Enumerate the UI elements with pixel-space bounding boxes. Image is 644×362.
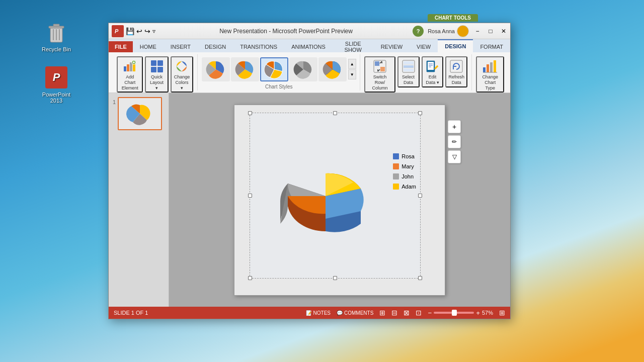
- ppt-window: CHART TOOLS P 💾 ↩ ↪ ▿ New Presentation -…: [108, 23, 511, 319]
- gallery-scroll: ▲ ▼: [348, 59, 356, 79]
- refresh-data-icon: [448, 58, 464, 74]
- customize-button[interactable]: ▿: [152, 28, 155, 35]
- redo-button[interactable]: ↪: [144, 27, 150, 35]
- chart-style-5[interactable]: [318, 57, 347, 81]
- change-chart-type-icon: [482, 58, 498, 74]
- add-chart-element-button[interactable]: Add ChartElement: [117, 56, 143, 93]
- reading-view-button[interactable]: ⊠: [404, 309, 410, 317]
- powerpoint-icon[interactable]: P PowerPoint 2013: [36, 65, 76, 104]
- svg-rect-18: [157, 67, 163, 72]
- slide-sorter-button[interactable]: ⊟: [391, 309, 397, 317]
- undo-button[interactable]: ↩: [136, 27, 142, 35]
- help-button[interactable]: ?: [413, 26, 424, 37]
- legend-item-mary: Mary: [393, 163, 416, 169]
- tab-file[interactable]: FILE: [109, 41, 133, 52]
- tab-chart-design[interactable]: DESIGN: [438, 39, 473, 52]
- notes-button[interactable]: 📝 NOTES: [306, 310, 331, 316]
- svg-rect-30: [404, 65, 414, 68]
- legend-label-john: John: [401, 173, 414, 179]
- legend-color-adam: [393, 184, 399, 190]
- slide-thumbnail-1[interactable]: [118, 97, 162, 130]
- status-bar: SLIDE 1 OF 1 📝 NOTES 💬 COMMENTS ⊞ ⊟ ⊠ ⊡ …: [109, 307, 510, 319]
- chart-style-2[interactable]: [231, 57, 259, 81]
- resize-handle-bottom-right[interactable]: [418, 276, 422, 280]
- maximize-button[interactable]: □: [484, 25, 497, 38]
- tab-transitions[interactable]: TRANSITIONS: [233, 41, 284, 52]
- svg-rect-23: [380, 67, 385, 71]
- tab-format[interactable]: FORMAT: [473, 41, 510, 52]
- zoom-control: − + 57%: [428, 309, 493, 317]
- switch-row-column-label: Switch Row/Column: [367, 74, 392, 90]
- svg-rect-1: [49, 26, 64, 28]
- resize-handle-top[interactable]: [333, 111, 337, 115]
- comments-label: COMMENTS: [344, 310, 373, 316]
- chart-elements-button[interactable]: +: [448, 120, 461, 133]
- select-data-icon: [400, 58, 417, 74]
- user-avatar: [457, 25, 469, 37]
- svg-rect-15: [151, 60, 156, 66]
- tab-home[interactable]: HOME: [133, 41, 164, 52]
- gallery-scroll-down[interactable]: ▼: [348, 69, 356, 79]
- chart-legend: Rosa Mary John Adam: [393, 153, 416, 190]
- chart-style-4[interactable]: [289, 57, 317, 81]
- recycle-bin-icon[interactable]: Recycle Bin: [36, 20, 76, 52]
- zoom-out-button[interactable]: −: [428, 309, 432, 317]
- change-colors-button[interactable]: ChangeColors ▾: [171, 56, 193, 93]
- minimize-button[interactable]: −: [471, 25, 484, 38]
- select-data-button[interactable]: SelectData: [397, 56, 420, 87]
- resize-handle-right[interactable]: [418, 194, 422, 198]
- svg-text:P: P: [115, 28, 119, 34]
- resize-handle-bottom-left[interactable]: [248, 276, 252, 280]
- edit-data-button[interactable]: EditData ▾: [422, 56, 444, 87]
- resize-handle-bottom[interactable]: [333, 276, 337, 280]
- switch-row-column-icon: [372, 58, 388, 74]
- resize-handle-top-left[interactable]: [248, 111, 252, 115]
- quick-layout-button[interactable]: QuickLayout ▾: [145, 56, 168, 93]
- legend-color-rosa: [393, 153, 399, 159]
- slide-thumbnail-container: 1: [113, 97, 165, 130]
- legend-item-john: John: [393, 173, 416, 179]
- slide-canvas[interactable]: Rosa Mary John Adam: [234, 105, 445, 296]
- change-colors-label: ChangeColors ▾: [174, 74, 190, 90]
- chart-filters-button[interactable]: ▽: [448, 150, 461, 163]
- chart-styles-gallery: [202, 57, 347, 81]
- select-data-label: SelectData: [402, 74, 415, 85]
- user-name: Rosa Anna: [428, 28, 455, 34]
- ribbon-group-type: ChangeChart Type Type: [472, 54, 506, 90]
- svg-rect-22: [375, 61, 379, 66]
- zoom-slider[interactable]: [434, 312, 474, 314]
- refresh-data-button[interactable]: RefreshData: [445, 56, 467, 87]
- slide-show-button[interactable]: ⊡: [416, 309, 422, 317]
- pie-chart: [260, 123, 391, 259]
- tab-design[interactable]: DESIGN: [198, 41, 233, 52]
- zoom-in-button[interactable]: +: [476, 309, 480, 317]
- chart-tools-sidebar: + ✏ ▽: [448, 120, 461, 163]
- quick-layout-label: QuickLayout ▾: [148, 74, 165, 90]
- resize-handle-left[interactable]: [248, 194, 252, 198]
- fit-window-button[interactable]: ⊞: [499, 309, 505, 317]
- tab-review[interactable]: REVIEW: [374, 41, 410, 52]
- tab-insert[interactable]: INSERT: [164, 41, 198, 52]
- svg-rect-42: [490, 62, 493, 72]
- notes-icon: 📝: [306, 310, 312, 316]
- tab-slideshow[interactable]: SLIDE SHOW: [333, 41, 374, 52]
- chart-style-1[interactable]: [202, 57, 230, 81]
- ribbon-group-chart-styles: ▲ ▼ Chart Styles: [198, 54, 360, 90]
- comments-icon: 💬: [337, 310, 343, 316]
- chart-styles-button[interactable]: ✏: [448, 135, 461, 148]
- save-button[interactable]: 💾: [126, 27, 134, 35]
- slide-panel: 1: [109, 93, 169, 307]
- edit-data-label: EditData ▾: [426, 74, 439, 85]
- switch-row-column-button[interactable]: Switch Row/Column: [364, 56, 395, 93]
- resize-handle-top-right[interactable]: [418, 111, 422, 115]
- comments-button[interactable]: 💬 COMMENTS: [337, 310, 373, 316]
- tab-animations[interactable]: ANIMATIONS: [284, 41, 333, 52]
- notes-label: NOTES: [313, 310, 331, 316]
- change-chart-type-button[interactable]: ChangeChart Type: [476, 56, 504, 93]
- chart-style-3[interactable]: [260, 57, 288, 81]
- gallery-scroll-up[interactable]: ▲: [348, 59, 356, 69]
- chart-container[interactable]: Rosa Mary John Adam: [250, 113, 421, 279]
- tab-view[interactable]: VIEW: [410, 41, 438, 52]
- normal-view-button[interactable]: ⊞: [379, 309, 385, 317]
- close-button[interactable]: ✕: [497, 25, 510, 38]
